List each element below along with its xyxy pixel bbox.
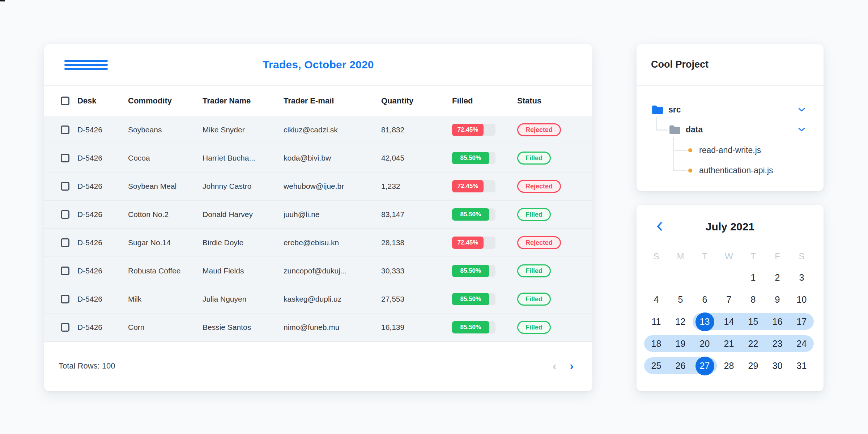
cell-commodity: Cotton No.2	[128, 210, 203, 219]
calendar-day-29[interactable]: 29	[741, 355, 765, 377]
calendar-day-26[interactable]: 26	[668, 355, 693, 377]
calendar-day-2[interactable]: 2	[765, 267, 790, 289]
cell-quantity: 28,138	[381, 238, 452, 247]
calendar-day-23[interactable]: 23	[765, 333, 790, 355]
calendar-day-7[interactable]: 7	[717, 289, 741, 311]
progress-label: 85.50%	[460, 154, 481, 162]
row-checkbox[interactable]	[61, 154, 69, 162]
calendar-day-5[interactable]: 5	[668, 289, 693, 311]
calendar-day-30[interactable]: 30	[765, 355, 790, 377]
calendar-day-6[interactable]: 6	[693, 289, 717, 311]
calendar-day-12[interactable]: 12	[668, 311, 693, 333]
file-bullet-icon	[688, 169, 692, 173]
calendar-day-15[interactable]: 15	[741, 311, 765, 333]
cell-desk: D-5426	[77, 125, 128, 134]
calendar-day-27[interactable]: 27	[693, 355, 717, 377]
tree-item-src[interactable]: src	[651, 102, 824, 118]
progress-bar: 85.50%	[452, 293, 495, 305]
calendar-day-13[interactable]: 13	[693, 311, 717, 333]
row-checkbox[interactable]	[61, 295, 69, 303]
tree-item-read-and-write-js[interactable]: read-and-write.js	[688, 142, 824, 158]
calendar-day-8[interactable]: 8	[741, 289, 765, 311]
chevron-down-icon[interactable]	[798, 108, 805, 112]
project-card-title: Cool Project	[637, 44, 824, 86]
table-row: D-5426Soybean MealJohnny Castrowehubow@i…	[44, 173, 592, 201]
table-row: D-5426Sugar No.14Birdie Doyleerebe@ebisu…	[44, 229, 592, 257]
folder-icon	[651, 105, 664, 115]
column-header-filled: Filled	[452, 96, 517, 106]
calendar-day-28[interactable]: 28	[717, 355, 741, 377]
tree-connector	[656, 117, 668, 131]
tree-item-authentication-api-js[interactable]: authentication-api.js	[688, 162, 824, 178]
day-number: 1	[751, 272, 756, 283]
cell-desk: D-5426	[77, 323, 128, 332]
cell-quantity: 16,139	[381, 323, 452, 332]
calendar-day-21[interactable]: 21	[717, 333, 741, 355]
calendar-week: 18192021222324	[644, 333, 814, 355]
chevron-down-icon[interactable]	[798, 128, 805, 132]
folder-icon	[669, 125, 681, 135]
calendar-day-10[interactable]: 10	[790, 289, 814, 311]
day-number: 8	[751, 294, 756, 305]
calendar-day-empty	[668, 267, 693, 289]
calendar-day-1[interactable]: 1	[741, 267, 765, 289]
row-checkbox[interactable]	[61, 238, 69, 247]
calendar-header: July 2021	[637, 220, 824, 233]
cell-status: Filled	[517, 152, 592, 165]
cell-quantity: 83,147	[381, 210, 452, 219]
row-checkbox[interactable]	[61, 125, 69, 134]
select-all-checkbox[interactable]	[61, 97, 69, 105]
cell-trader-name: Donald Harvey	[203, 210, 284, 219]
calendar-day-4[interactable]: 4	[644, 289, 668, 311]
progress-fill: 72.45%	[452, 237, 484, 249]
calendar-day-3[interactable]: 3	[790, 267, 814, 289]
calendar-day-11[interactable]: 11	[644, 311, 668, 333]
calendar-day-14[interactable]: 14	[717, 311, 741, 333]
progress-label: 85.50%	[460, 267, 481, 275]
cell-trader-name: Mike Snyder	[203, 125, 284, 134]
calendar-prev-icon[interactable]	[656, 222, 662, 231]
calendar-day-16[interactable]: 16	[765, 311, 790, 333]
weekday-label: T	[741, 249, 765, 264]
calendar-day-20[interactable]: 20	[693, 333, 717, 355]
calendar-weekday-row: SMTWTFS	[644, 249, 814, 264]
row-checkbox[interactable]	[61, 182, 69, 191]
row-checkbox[interactable]	[61, 267, 69, 275]
day-number: 6	[702, 294, 707, 305]
row-checkbox-cell	[44, 323, 77, 332]
pagination: ‹ ›	[553, 360, 574, 372]
calendar-day-25[interactable]: 25	[644, 355, 668, 377]
tree-item-data[interactable]: data	[669, 122, 824, 137]
column-header-status: Status	[517, 96, 592, 106]
day-number: 26	[676, 361, 686, 371]
calendar-day-31[interactable]: 31	[790, 355, 814, 377]
calendar-day-17[interactable]: 17	[790, 311, 814, 333]
calendar-day-22[interactable]: 22	[741, 333, 765, 355]
progress-fill: 85.50%	[452, 208, 489, 221]
day-number: 22	[748, 339, 758, 349]
table-body: D-5426SoybeansMike Snydercikiuz@cadzi.sk…	[44, 116, 592, 342]
cell-trader-email: wehubow@ijue.br	[284, 182, 381, 191]
next-page-icon[interactable]: ›	[570, 360, 574, 372]
calendar-day-9[interactable]: 9	[765, 289, 790, 311]
progress-fill: 85.50%	[452, 293, 489, 305]
total-rows-label: Total Rows: 100	[59, 361, 115, 371]
row-checkbox[interactable]	[61, 323, 69, 332]
calendar-day-24[interactable]: 24	[790, 333, 814, 355]
cell-trader-email: erebe@ebisu.kn	[284, 238, 381, 247]
calendar-day-18[interactable]: 18	[644, 333, 668, 355]
progress-bar: 72.45%	[452, 237, 495, 249]
weekday-label: S	[644, 249, 668, 264]
day-number: 3	[799, 272, 804, 283]
row-checkbox[interactable]	[61, 210, 69, 219]
cell-trader-name: Johnny Castro	[203, 182, 284, 191]
day-number: 19	[676, 339, 686, 349]
cell-filled: 85.50%	[452, 265, 517, 277]
cell-desk: D-5426	[77, 154, 128, 162]
prev-page-icon[interactable]: ‹	[553, 360, 557, 372]
cell-status: Rejected	[517, 180, 592, 193]
calendar-day-19[interactable]: 19	[668, 333, 693, 355]
table-header-row: DeskCommodityTrader NameTrader E-mailQua…	[44, 86, 592, 116]
cell-trader-email: cikiuz@cadzi.sk	[284, 125, 381, 134]
cell-filled: 72.45%	[452, 180, 517, 192]
